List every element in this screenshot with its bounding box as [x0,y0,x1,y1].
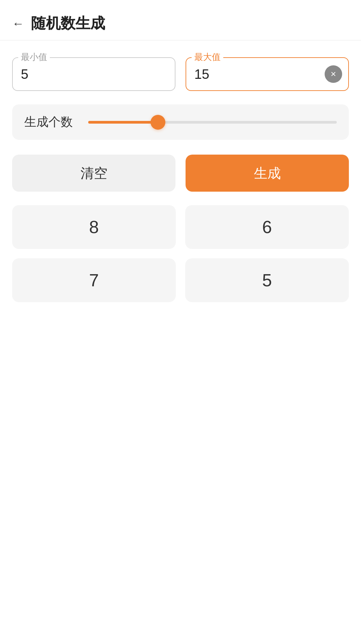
min-input-group: 最小值 [12,57,175,91]
results-grid: 8 6 7 5 [12,205,349,302]
result-card: 7 [12,258,176,302]
result-value: 5 [262,270,272,290]
result-value: 8 [89,217,99,237]
main-content: 最小值 最大值 × 生成个数 清空 生成 8 [0,40,361,316]
clear-button[interactable]: 清空 [12,155,175,192]
slider-label: 生成个数 [24,114,78,130]
max-clear-button[interactable]: × [325,65,342,83]
max-label: 最大值 [192,51,223,63]
min-label: 最小值 [18,51,50,63]
result-card: 5 [185,258,349,302]
result-value: 7 [89,270,99,290]
slider-track [88,121,337,124]
max-input-group: 最大值 × [186,57,349,91]
slider-container: 生成个数 [12,104,349,140]
generate-button[interactable]: 生成 [186,155,349,192]
back-button[interactable]: ← [12,18,24,30]
result-card: 6 [185,205,349,249]
result-value: 6 [262,217,272,237]
action-row: 清空 生成 [12,155,349,192]
header: ← 随机数生成 [0,0,361,40]
input-row: 最小值 最大值 × [12,57,349,91]
clear-icon: × [331,69,336,79]
result-card: 8 [12,205,176,249]
page-title: 随机数生成 [31,13,105,33]
